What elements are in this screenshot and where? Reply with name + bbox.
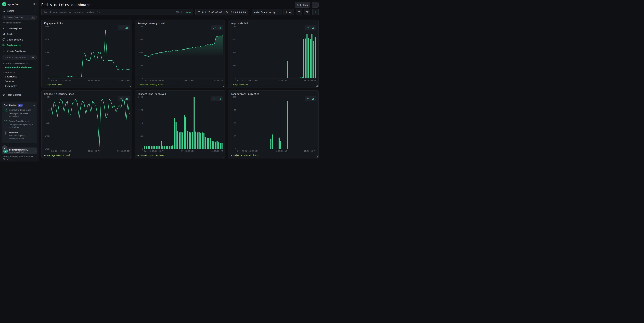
chart-card: Keys evicted 02505007501K Oct 20 12:00:0… (228, 20, 318, 88)
tags-button[interactable]: 0 Tags (295, 2, 310, 7)
chart-plot-area[interactable] (51, 97, 130, 149)
bell-icon (2, 32, 5, 35)
saved-searches-input[interactable] (7, 16, 30, 18)
x-axis: Oct 20 12:00:00 AM11:00:00 AM11:30:00 PM (237, 150, 316, 153)
clickhouse-cloud-promo[interactable]: Ready to deploy on ClickHouse Cloud? (3, 155, 36, 161)
chart-legend[interactable]: — Average memory used (138, 83, 223, 86)
resize-handle[interactable] (130, 85, 131, 87)
resize-handle[interactable] (223, 85, 224, 87)
chart-title[interactable]: Connections recieved (138, 93, 223, 95)
run-query-button[interactable] (312, 9, 318, 15)
date-range-picker[interactable]: Oct 20 00:00:00 - Oct 21 00:00:00 (195, 9, 248, 15)
chart-title[interactable]: Change in memory used (44, 93, 130, 95)
chart-title[interactable]: Keyspace hits (44, 22, 130, 25)
chart-legend[interactable]: — Average memory used (44, 154, 130, 157)
toolbar: SQL | Lucene Oct 20 00:00:00 - Oct 21 00… (39, 7, 322, 15)
filter-icon (306, 11, 309, 14)
create-dashboard-label: Create Dashboard (7, 50, 36, 53)
sidebar-item-alerts[interactable]: Alerts (0, 31, 39, 37)
saved-dashboards-section[interactable]: SAVED DASHBOARDS (0, 61, 39, 65)
legend-label: Keys evicted (233, 83, 248, 86)
user-menu[interactable]: D dominic.tran@clic... dominic.tran@clic… (2, 147, 37, 154)
chart-title[interactable]: Connections rejected (231, 93, 316, 95)
resize-handle[interactable] (130, 156, 131, 157)
granularity-select[interactable]: Auto Granularity (252, 9, 281, 15)
sql-toggle[interactable]: SQL (176, 11, 180, 13)
get-started-item-sources[interactable]: Create Data Sources Configure where your… (4, 120, 35, 129)
chevron-up-icon[interactable] (33, 104, 35, 106)
get-started-item-add-data[interactable]: 3 Add Data Start sending logs, metrics, … (4, 131, 35, 140)
x-axis: Oct 20 12:00:00 AM11:00:00 AM11:30:00 PM (144, 79, 223, 82)
more-options-button[interactable]: ⋮ (312, 2, 318, 7)
saved-searches-search[interactable]: ⌘K (2, 15, 37, 20)
chevron-down-icon (3, 63, 4, 64)
preset-kubernetes[interactable]: Kubernetes (0, 84, 39, 88)
chart-title[interactable]: Keys evicted (231, 22, 316, 25)
get-started-title: Get Started 2/3 (4, 104, 32, 107)
chart-plot-area[interactable] (237, 97, 316, 149)
chevron-down-icon (3, 72, 4, 73)
sidebar-item-label: Client Sessions (7, 38, 36, 41)
sidebar-item-search[interactable]: Search (0, 8, 39, 14)
x-axis: Oct 20 12:00:00 AM11:00:00 AM11:30:00 PM (51, 79, 130, 82)
chart-legend[interactable]: — Connections recieved (138, 154, 223, 157)
event-search-input[interactable] (44, 11, 174, 13)
saved-dashboards-search[interactable]: ⌘K (2, 55, 37, 60)
preset-services[interactable]: Services (0, 79, 39, 84)
sidebar-item-chart-explorer[interactable]: Chart Explorer (0, 26, 39, 31)
chart-card: Connections rejected 0255075100 Oct 20 1… (228, 90, 318, 158)
event-search[interactable]: SQL | Lucene (41, 9, 193, 15)
lucene-toggle[interactable]: Lucene (184, 11, 191, 13)
legend-swatch: — (138, 154, 139, 157)
legend-swatch: — (44, 154, 46, 157)
presets-section[interactable]: PRESETS (0, 70, 39, 74)
plus-icon: + (2, 50, 6, 53)
chart-plot-area[interactable] (51, 26, 130, 78)
chart-card: Connections recieved 05501.1K1.7K2.2K Oc… (135, 90, 226, 158)
sidebar-item-client-sessions[interactable]: Client Sessions (0, 37, 39, 42)
live-button[interactable]: Live (284, 9, 294, 15)
legend-swatch: — (231, 154, 232, 157)
sidebar-item-label: Alerts (7, 33, 36, 35)
filter-button[interactable] (304, 9, 310, 15)
refresh-icon (298, 11, 300, 14)
refresh-button[interactable] (296, 9, 302, 15)
sidebar-item-team-settings[interactable]: ⚙ Team Settings (0, 92, 39, 97)
resize-handle[interactable] (316, 85, 318, 87)
legend-swatch: — (231, 83, 232, 86)
no-saved-searches-text: No saved searches (0, 20, 39, 26)
preset-clickhouse[interactable]: ClickHouse (0, 74, 39, 79)
help-button[interactable]: ? (2, 145, 7, 150)
chart-legend[interactable]: — Keyspace hits (44, 83, 130, 86)
tag-icon (297, 4, 299, 6)
chart-card: Keyspace hits 055K110K165K220K Oct 20 12… (41, 20, 132, 88)
chevron-up-icon (34, 10, 36, 12)
collapse-sidebar-icon[interactable] (33, 2, 37, 6)
sidebar-item-label: Team Settings (6, 93, 36, 96)
legend-label: Average memory used (140, 83, 163, 86)
chart-legend[interactable]: — rejected connections (231, 154, 316, 157)
chart-plot-area[interactable] (237, 26, 316, 78)
sidebar-item-dashboards[interactable]: Dashboards (0, 42, 39, 48)
shortcut-badge: ⌘K (31, 56, 35, 59)
check-circle-icon (4, 120, 7, 123)
search-icon (4, 16, 6, 18)
chart-plot-area[interactable] (144, 97, 223, 149)
app-name: HyperDX (8, 3, 33, 6)
chart-title[interactable]: Average memory used (138, 22, 223, 25)
x-axis: Oct 20 12:00:00 AM11:00:00 AM11:30:00 PM (237, 79, 316, 82)
chart-legend[interactable]: — Keys evicted (231, 83, 316, 86)
brand: HyperDX (0, 0, 39, 8)
saved-dashboards-input[interactable] (7, 56, 30, 59)
y-axis: 030M60M90M120M (136, 26, 144, 78)
create-dashboard-button[interactable]: + Create Dashboard (0, 48, 39, 54)
chart-card: Average memory used 030M60M90M120M Oct 2… (135, 20, 226, 88)
y-axis: 055K110K165K220K (43, 26, 51, 78)
chart-plot-area[interactable] (144, 26, 223, 78)
chevron-up-icon (34, 44, 36, 46)
saved-dashboard-redis[interactable]: Redis metrics dashboard (0, 65, 39, 70)
get-started-item-connect[interactable]: Connect to ClickHouse Set up your databa… (4, 109, 35, 117)
resize-handle[interactable] (223, 156, 224, 157)
resize-handle[interactable] (316, 156, 318, 157)
play-icon (314, 11, 317, 13)
